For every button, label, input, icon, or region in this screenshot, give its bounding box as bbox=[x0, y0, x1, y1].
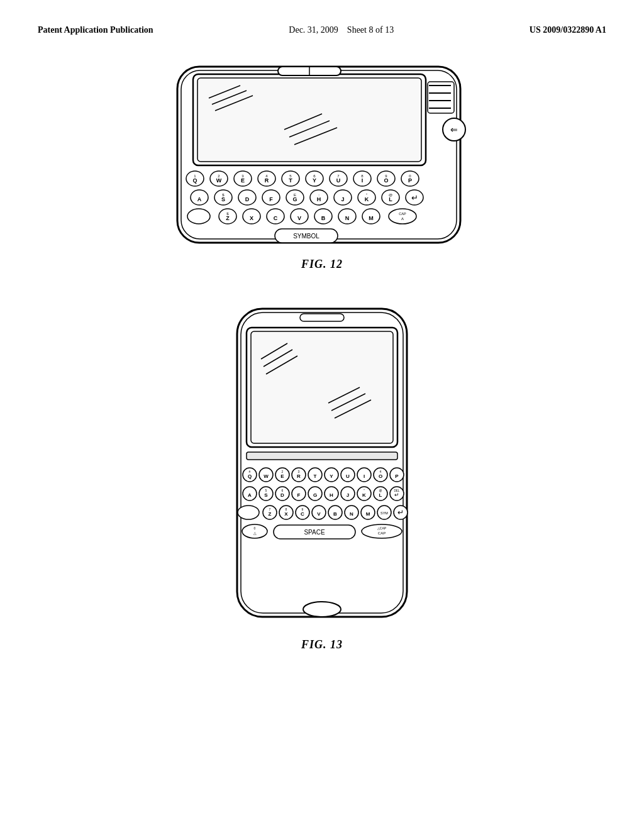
svg-text:L: L bbox=[389, 196, 392, 202]
svg-text:Y: Y bbox=[313, 177, 316, 184]
svg-text:K: K bbox=[365, 196, 369, 202]
svg-text:↵: ↵ bbox=[397, 508, 404, 517]
header-date: Dec. 31, 2009 bbox=[289, 25, 338, 35]
svg-text:↵: ↵ bbox=[394, 492, 399, 498]
svg-text:U: U bbox=[346, 473, 350, 479]
svg-text:Z: Z bbox=[226, 215, 230, 221]
svg-text:Y: Y bbox=[330, 473, 333, 479]
svg-text:T: T bbox=[314, 473, 317, 479]
svg-text:↵: ↵ bbox=[411, 193, 418, 202]
svg-text:Q: Q bbox=[248, 473, 252, 479]
svg-text:N: N bbox=[345, 215, 350, 221]
header-sheet: Sheet 8 of 13 bbox=[347, 25, 394, 35]
svg-text:O: O bbox=[384, 177, 388, 184]
patent-page: Patent Application Publication Dec. 31, … bbox=[0, 0, 644, 830]
svg-text:K: K bbox=[362, 492, 366, 498]
svg-text:I: I bbox=[364, 473, 365, 479]
fig12-label: FIG. 12 bbox=[301, 258, 343, 271]
svg-text:T: T bbox=[289, 177, 292, 184]
svg-text:W: W bbox=[264, 473, 269, 479]
svg-text:D: D bbox=[245, 196, 250, 202]
svg-text:S: S bbox=[264, 492, 268, 498]
figure-13-container: # Q W 2 E 3 R T bbox=[38, 302, 606, 651]
svg-text:I: I bbox=[362, 177, 364, 184]
svg-text:D: D bbox=[280, 492, 284, 498]
svg-text:A: A bbox=[401, 217, 404, 221]
page-header: Patent Application Publication Dec. 31, … bbox=[38, 25, 606, 35]
svg-text:M: M bbox=[366, 511, 370, 517]
svg-text:F: F bbox=[269, 196, 273, 202]
fig12-svg: ⇐ 1 Q 2 W 3 E bbox=[158, 60, 486, 249]
svg-text:Z: Z bbox=[269, 511, 272, 517]
figure-12-container: ⇐ 1 Q 2 W 3 E bbox=[38, 60, 606, 271]
fig12-device: ⇐ 1 Q 2 W 3 E bbox=[158, 60, 486, 249]
svg-text:H: H bbox=[317, 196, 321, 202]
svg-text:CAP: CAP bbox=[399, 212, 406, 216]
svg-text:G: G bbox=[292, 196, 297, 202]
header-date-sheet: Dec. 31, 2009 Sheet 8 of 13 bbox=[289, 25, 394, 35]
svg-text:SPACE: SPACE bbox=[304, 529, 325, 536]
fig13-label: FIG. 13 bbox=[301, 638, 343, 651]
svg-text:⇐: ⇐ bbox=[450, 124, 458, 135]
svg-text:S: S bbox=[221, 196, 225, 202]
svg-text:R: R bbox=[297, 473, 301, 479]
svg-point-74 bbox=[187, 209, 210, 224]
fig13-svg: # Q W 2 E 3 R T bbox=[225, 302, 419, 629]
svg-point-186 bbox=[303, 602, 341, 617]
svg-text:C: C bbox=[301, 511, 304, 517]
svg-text:P: P bbox=[408, 177, 412, 184]
svg-text:A: A bbox=[248, 492, 252, 498]
svg-rect-97 bbox=[300, 314, 344, 321]
svg-text:U: U bbox=[336, 177, 341, 184]
svg-text:V: V bbox=[317, 511, 321, 517]
svg-text:G: G bbox=[313, 492, 317, 498]
svg-text:C: C bbox=[274, 215, 278, 221]
svg-text:P: P bbox=[395, 473, 399, 479]
svg-text:△: △ bbox=[253, 531, 257, 535]
svg-text:L: L bbox=[379, 492, 382, 498]
svg-text:X: X bbox=[284, 511, 288, 517]
svg-text:A: A bbox=[197, 196, 202, 202]
svg-text:M: M bbox=[369, 215, 374, 221]
svg-text:O: O bbox=[379, 473, 382, 479]
svg-text:J: J bbox=[341, 196, 344, 202]
svg-text:N: N bbox=[350, 511, 353, 517]
svg-rect-3 bbox=[197, 78, 421, 162]
svg-rect-99 bbox=[251, 331, 393, 443]
svg-text:E: E bbox=[241, 177, 245, 184]
svg-text:B: B bbox=[321, 215, 326, 221]
svg-text:J: J bbox=[347, 492, 349, 498]
svg-text:B: B bbox=[333, 511, 337, 517]
svg-text:SYM: SYM bbox=[380, 511, 388, 515]
svg-rect-106 bbox=[247, 452, 397, 460]
svg-text:V: V bbox=[297, 215, 301, 221]
svg-text:Q: Q bbox=[192, 177, 197, 184]
svg-text:R: R bbox=[265, 177, 269, 184]
svg-text:X: X bbox=[250, 215, 253, 221]
svg-text:△CAP: △CAP bbox=[377, 526, 387, 530]
svg-text:H: H bbox=[330, 492, 333, 498]
svg-text:F: F bbox=[297, 492, 301, 498]
header-publication-label: Patent Application Publication bbox=[38, 25, 153, 35]
header-patent-number: US 2009/0322890 A1 bbox=[530, 25, 606, 35]
svg-point-156 bbox=[238, 506, 259, 519]
fig13-device: # Q W 2 E 3 R T bbox=[225, 302, 419, 629]
svg-text:E: E bbox=[280, 473, 284, 479]
svg-text:CAP: CAP bbox=[378, 531, 386, 535]
svg-text:0: 0 bbox=[254, 526, 256, 530]
svg-point-90 bbox=[389, 209, 416, 224]
svg-text:W: W bbox=[216, 177, 222, 184]
svg-text:SYMBOL: SYMBOL bbox=[293, 233, 319, 240]
